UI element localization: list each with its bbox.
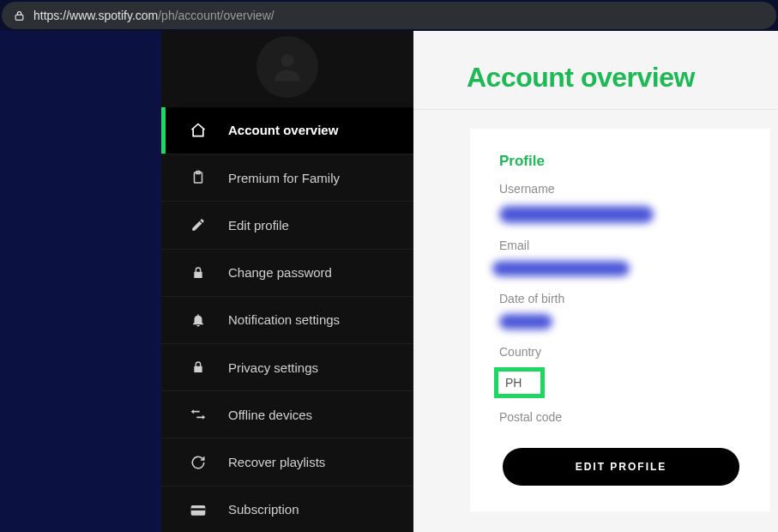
sidebar-item-offline-devices[interactable]: Offline devices (161, 391, 413, 438)
lock-icon (14, 10, 25, 21)
url-path: /ph/account/overview/ (158, 9, 274, 22)
sidebar-item-label: Recover playlists (228, 455, 325, 469)
svg-point-1 (281, 54, 294, 67)
clipboard-icon (189, 170, 208, 185)
sidebar: Account overview Premium for Family Edit… (161, 31, 413, 532)
postal-label: Postal code (499, 410, 741, 424)
divider (413, 109, 778, 110)
sync-arrows-icon (189, 408, 208, 420)
dob-label: Date of birth (499, 292, 741, 305)
sidebar-item-edit-profile[interactable]: Edit profile (161, 202, 413, 249)
lock-icon (189, 266, 208, 280)
refresh-icon (189, 455, 208, 470)
svg-rect-4 (191, 505, 206, 516)
url-host: https://www.spotify.com (33, 9, 158, 22)
username-label: Username (499, 182, 741, 196)
avatar-placeholder (256, 36, 318, 98)
svg-rect-5 (191, 508, 206, 511)
profile-card: Profile Username Email Date of birth Cou… (470, 129, 770, 511)
country-label: Country (499, 345, 741, 359)
avatar-area (161, 31, 413, 107)
sidebar-item-account-overview[interactable]: Account overview (161, 107, 413, 154)
browser-address-bar[interactable]: https://www.spotify.com/ph/account/overv… (2, 2, 776, 29)
sidebar-item-label: Edit profile (228, 218, 289, 233)
sidebar-item-label: Premium for Family (228, 171, 340, 185)
svg-rect-0 (15, 15, 23, 20)
sidebar-item-label: Subscription (228, 502, 299, 517)
pencil-icon (189, 217, 208, 233)
sidebar-item-label: Change password (228, 265, 332, 280)
url-text: https://www.spotify.com/ph/account/overv… (33, 9, 274, 22)
page-gutter (0, 31, 161, 532)
sidebar-item-label: Offline devices (228, 408, 312, 422)
sidebar-item-change-password[interactable]: Change password (161, 250, 413, 297)
sidebar-item-label: Account overview (228, 123, 338, 137)
sidebar-item-notification-settings[interactable]: Notification settings (161, 297, 413, 344)
email-value-redacted (492, 261, 630, 276)
sidebar-item-subscription[interactable]: Subscription (161, 487, 413, 532)
email-label: Email (499, 239, 741, 252)
profile-section-title: Profile (499, 153, 741, 170)
sidebar-item-premium-family[interactable]: Premium for Family (161, 154, 413, 202)
lock-icon (189, 360, 208, 374)
sidebar-item-recover-playlists[interactable]: Recover playlists (161, 438, 413, 486)
sidebar-item-label: Notification settings (228, 312, 340, 327)
bell-icon (189, 312, 208, 328)
sidebar-item-label: Privacy settings (228, 360, 318, 375)
page-title: Account overview (467, 62, 778, 94)
edit-profile-button[interactable]: EDIT PROFILE (503, 448, 739, 486)
country-value: PH (505, 376, 522, 390)
country-highlight-box: PH (494, 367, 545, 398)
card-icon (189, 503, 208, 517)
dob-value-redacted (499, 314, 552, 329)
main-content: Account overview Profile Username Email … (413, 31, 778, 532)
username-value-redacted (499, 206, 654, 223)
sidebar-item-privacy-settings[interactable]: Privacy settings (161, 344, 413, 391)
home-icon (189, 122, 208, 139)
